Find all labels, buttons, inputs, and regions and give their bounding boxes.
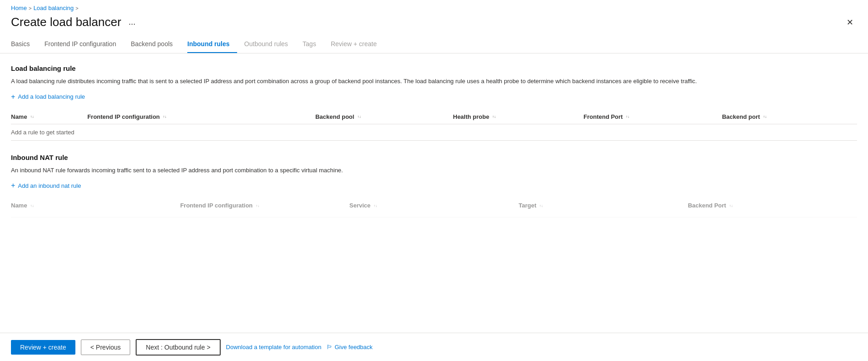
lb-rule-table: Name ↑↓ Frontend IP configuration ↑↓ Bac…	[11, 110, 857, 141]
main-content: Load balancing rule A load balancing rul…	[0, 53, 868, 323]
breadcrumb-home[interactable]: Home	[11, 5, 27, 11]
sort-health-probe-icon: ↑↓	[492, 115, 496, 119]
nat-rule-title: Inbound NAT rule	[11, 154, 857, 161]
sort-backend-port-icon: ↑↓	[763, 115, 767, 119]
sort-name-icon: ↑↓	[30, 115, 34, 119]
lb-rule-empty-row: Add a rule to get started	[11, 124, 857, 140]
tab-frontend-ip[interactable]: Frontend IP configuration	[44, 37, 123, 53]
nat-col-name[interactable]: Name ↑↓	[11, 198, 180, 212]
add-nat-rule-button[interactable]: + Add an inbound nat rule	[11, 182, 81, 189]
lb-rule-title: Load balancing rule	[11, 64, 857, 72]
col-health-probe[interactable]: Health probe ↑↓	[453, 110, 584, 124]
sort-frontend-ip-icon: ↑↓	[163, 115, 166, 119]
breadcrumb-sep2: >	[75, 5, 78, 11]
feedback-link[interactable]: 🏳 Give feedback	[327, 344, 372, 350]
nat-sort-backend-port-icon: ↑↓	[729, 204, 733, 208]
nat-col-frontend-ip[interactable]: Frontend IP configuration ↑↓	[180, 198, 349, 212]
download-template-link[interactable]: Download a template for automation	[226, 344, 322, 350]
add-lb-rule-button[interactable]: + Add a load balancing rule	[11, 93, 85, 101]
col-backend-pool[interactable]: Backend pool ↑↓	[315, 110, 453, 124]
close-button[interactable]: ✕	[843, 16, 857, 29]
page-title: Create load balancer	[11, 15, 121, 29]
nat-sort-target-icon: ↑↓	[540, 204, 543, 208]
nat-sort-service-icon: ↑↓	[374, 204, 377, 208]
tab-basics[interactable]: Basics	[11, 37, 37, 53]
feedback-icon: 🏳	[327, 344, 333, 350]
add-nat-rule-label: Add an inbound nat rule	[18, 182, 81, 189]
sort-backend-pool-icon: ↑↓	[357, 115, 361, 119]
nat-col-backend-port[interactable]: Backend Port ↑↓	[688, 198, 857, 212]
col-frontend-ip[interactable]: Frontend IP configuration ↑↓	[87, 110, 315, 124]
plus-icon-nat: +	[11, 182, 15, 189]
page-header-left: Create load balancer ...	[11, 15, 138, 29]
plus-icon: +	[11, 93, 15, 101]
sort-frontend-port-icon: ↑↓	[626, 115, 630, 119]
nat-sort-frontend-ip-icon: ↑↓	[256, 204, 259, 208]
previous-button[interactable]: < Previous	[81, 340, 131, 355]
tab-tags: Tags	[302, 37, 323, 53]
col-backend-port[interactable]: Backend port ↑↓	[722, 110, 857, 124]
lb-rule-description: A load balancing rule distributes incomi…	[11, 77, 742, 86]
lb-rule-section: Load balancing rule A load balancing rul…	[11, 64, 857, 141]
breadcrumb: Home > Load balancing >	[0, 0, 868, 13]
col-frontend-port[interactable]: Frontend Port ↑↓	[583, 110, 722, 124]
tab-outbound-rules: Outbound rules	[244, 37, 296, 53]
next-button[interactable]: Next : Outbound rule >	[136, 339, 220, 356]
breadcrumb-sep1: >	[29, 5, 32, 11]
tab-review-create: Review + create	[331, 37, 384, 53]
col-name[interactable]: Name ↑↓	[11, 110, 87, 124]
footer: Review + create < Previous Next : Outbou…	[0, 333, 868, 361]
tabs-container: Basics Frontend IP configuration Backend…	[0, 37, 868, 53]
lb-rule-empty-message: Add a rule to get started	[11, 124, 857, 140]
feedback-label: Give feedback	[334, 344, 372, 350]
nat-sort-name-icon: ↑↓	[30, 204, 34, 208]
page-header: Create load balancer ... ✕	[0, 13, 868, 37]
nat-rule-description: An inbound NAT rule forwards incoming tr…	[11, 166, 742, 175]
breadcrumb-load-balancing[interactable]: Load balancing	[33, 5, 74, 11]
more-options-button[interactable]: ...	[126, 16, 138, 28]
review-create-button[interactable]: Review + create	[11, 340, 75, 355]
tab-inbound-rules[interactable]: Inbound rules	[187, 37, 237, 53]
nat-col-target[interactable]: Target ↑↓	[519, 198, 688, 212]
nat-col-service[interactable]: Service ↑↓	[349, 198, 519, 212]
tab-backend-pools[interactable]: Backend pools	[131, 37, 180, 53]
add-lb-rule-label: Add a load balancing rule	[18, 93, 85, 100]
nat-rule-section: Inbound NAT rule An inbound NAT rule for…	[11, 154, 857, 218]
nat-rule-table-header: Name ↑↓ Frontend IP configuration ↑↓ Ser…	[11, 198, 857, 218]
